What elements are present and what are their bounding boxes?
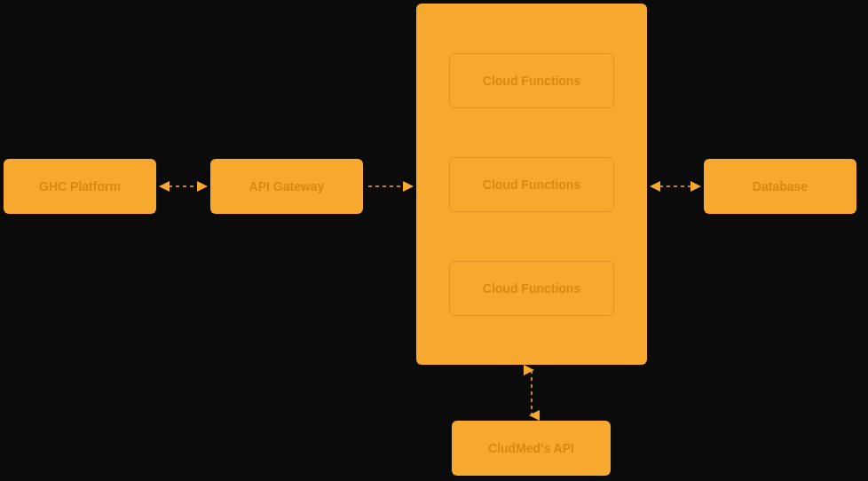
node-cloud-functions-container: Cloud Functions Cloud Functions Cloud Fu…	[416, 4, 647, 365]
node-label: API Gateway	[249, 179, 325, 193]
node-cloud-functions-1: Cloud Functions	[449, 53, 614, 108]
node-label: GHC Platform	[39, 179, 121, 193]
node-cludmed-api: CludMed's API	[452, 421, 611, 476]
node-cloud-functions-2: Cloud Functions	[449, 157, 614, 212]
node-ghc-platform: GHC Platform	[4, 159, 156, 214]
architecture-diagram: GHC Platform API Gateway Cloud Functions…	[0, 0, 868, 481]
node-label: Database	[753, 179, 808, 193]
node-label: Cloud Functions	[483, 177, 580, 192]
node-api-gateway: API Gateway	[210, 159, 363, 214]
node-label: Cloud Functions	[483, 74, 580, 88]
node-label: CludMed's API	[488, 441, 574, 455]
node-cloud-functions-3: Cloud Functions	[449, 261, 614, 316]
node-label: Cloud Functions	[483, 281, 580, 296]
node-database: Database	[704, 159, 856, 214]
